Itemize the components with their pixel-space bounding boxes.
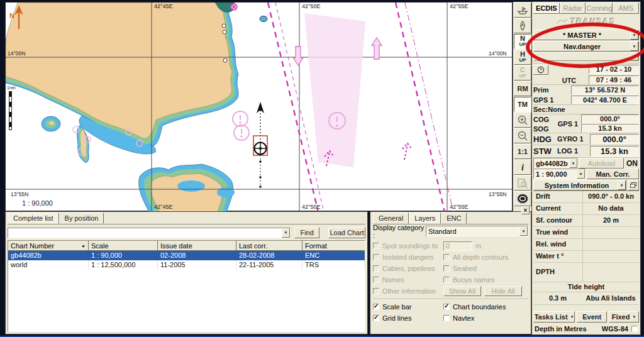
grid-label-lon: 42°50E xyxy=(302,204,321,210)
chart-boundaries-checkbox[interactable] xyxy=(443,304,450,310)
chart-review-button[interactable] xyxy=(514,175,531,191)
boat-button[interactable] xyxy=(514,3,531,18)
chart-select-dropdown[interactable]: gb44082b ▼ xyxy=(533,158,578,168)
chevron-down-icon[interactable]: ▼ xyxy=(630,53,638,60)
nav-data-panel: ECDIS Radar Conning AMS TRANSAS * MASTER… xyxy=(531,1,641,335)
undock-panel-button[interactable] xyxy=(628,180,639,191)
names-checkbox[interactable] xyxy=(373,277,379,283)
manual-correction-button[interactable]: Man. Corr. xyxy=(587,168,639,179)
chart-search-input[interactable] xyxy=(8,228,282,238)
chevron-down-icon[interactable]: ▼ xyxy=(630,30,638,40)
spot-soundings-input[interactable] xyxy=(443,241,472,251)
tab-enc[interactable]: ENC xyxy=(441,213,467,224)
alert-filter-dropdown[interactable]: Nav.danger ▼ xyxy=(533,41,639,52)
chevron-down-icon[interactable]: ▼ xyxy=(519,226,528,236)
display-settings-tabs: General Layers ENC xyxy=(373,213,528,224)
col-header-scale[interactable]: Scale xyxy=(89,241,158,251)
chevron-down-icon[interactable]: ▼ xyxy=(282,228,290,238)
clock-icon xyxy=(537,66,545,74)
lane-arrow-north xyxy=(372,38,382,59)
scale-bar-checkbox[interactable] xyxy=(373,304,379,310)
col-header-last-corr[interactable]: Last corr. xyxy=(236,241,303,251)
tab-ams[interactable]: AMS xyxy=(613,3,639,14)
chevron-down-icon[interactable]: ▼ xyxy=(618,180,626,190)
grid-lines-checkbox[interactable] xyxy=(373,315,379,321)
course-up-button[interactable]: C UP xyxy=(514,65,531,80)
info-button[interactable]: i xyxy=(514,160,531,175)
all-depth-contours-checkbox[interactable] xyxy=(443,254,450,260)
master-dropdown[interactable]: * MASTER * ▼ xyxy=(533,30,639,40)
tab-complete-list[interactable]: Complete list xyxy=(8,213,59,224)
grid-label-lon: 42°45E xyxy=(154,3,173,9)
cogsog-source-label: GPS 1 xyxy=(555,120,581,128)
tide-station: Abu Ali Islands xyxy=(582,292,639,304)
chart-area[interactable]: 42°45E 42°50E 42°55E 42°45E 42°50E 42°55… xyxy=(5,2,513,211)
scale-select-dropdown[interactable]: 1 : 90,000 ▼ xyxy=(533,168,586,179)
tab-layers[interactable]: Layers xyxy=(409,213,441,224)
cog-value: 000.0° xyxy=(581,114,639,124)
chart-table-header: Chart Number▲ Scale Issue date Last corr… xyxy=(8,241,365,251)
event-button[interactable]: Event xyxy=(577,311,607,323)
spacer xyxy=(533,304,639,311)
navtex-checkbox[interactable] xyxy=(443,315,450,321)
info-label: i xyxy=(521,165,524,170)
chart-toolbar: N UP H UP C UP RM TM xyxy=(513,2,531,211)
cables-pipelines-checkbox[interactable] xyxy=(373,265,379,272)
find-button[interactable]: Find xyxy=(294,227,319,238)
chevron-down-icon[interactable]: ▼ xyxy=(630,41,638,51)
tab-general[interactable]: General xyxy=(373,213,409,224)
chevron-down-icon[interactable]: ▼ xyxy=(577,169,585,179)
display-category-row: Display category : ▼ xyxy=(373,224,528,238)
grid-label-lat: 14°00N xyxy=(8,50,25,57)
zoom-in-button[interactable] xyxy=(514,113,531,128)
sec-label: Sec:None xyxy=(533,106,565,113)
datum-checkbox[interactable] xyxy=(631,326,638,332)
longitude-value: 042° 48.700 E xyxy=(571,96,639,105)
buoys-names-checkbox[interactable] xyxy=(443,277,450,283)
scalebar-label: 1nm xyxy=(7,86,16,90)
day-night-button[interactable] xyxy=(514,191,531,206)
col-header-issue-date[interactable]: Issue date xyxy=(158,241,236,251)
original-scale-button[interactable]: 1:1 xyxy=(514,144,531,159)
other-information-checkbox[interactable] xyxy=(373,288,379,294)
tab-by-position[interactable]: By position xyxy=(59,213,104,224)
heading-arrowhead xyxy=(257,102,264,113)
chevron-down-icon[interactable]: ▼ xyxy=(569,158,577,168)
separation-zone xyxy=(304,13,365,167)
isolated-dangers-checkbox[interactable] xyxy=(373,254,379,260)
north-up-button[interactable]: N UP xyxy=(514,34,531,49)
tab-conning[interactable]: Conning xyxy=(586,3,613,14)
tab-radar[interactable]: Radar xyxy=(560,3,586,14)
utc-label: UTC xyxy=(550,77,589,84)
true-motion-button[interactable]: TM xyxy=(514,97,531,112)
hide-all-button[interactable]: Hide All xyxy=(484,286,522,296)
zoom-out-button[interactable] xyxy=(514,128,531,143)
show-all-button[interactable]: Show All xyxy=(443,286,481,296)
load-chart-button[interactable]: Load Chart xyxy=(328,227,365,238)
chart-search-combo[interactable]: ▼ xyxy=(8,228,291,238)
col-header-format[interactable]: Format xyxy=(303,241,365,251)
transas-logo: TRANSAS xyxy=(533,14,639,29)
table-row[interactable]: gb44082b 1 : 90,000 02-2008 28-02-2008 E… xyxy=(8,251,365,260)
seabed-checkbox[interactable] xyxy=(443,265,450,272)
spot-soundings-checkbox[interactable] xyxy=(373,243,379,249)
alert-message-dropdown[interactable]: ▼ xyxy=(533,52,639,61)
clock-button[interactable] xyxy=(533,65,548,75)
display-category-dropdown[interactable]: ▼ xyxy=(426,226,528,236)
close-panel-button[interactable]: × xyxy=(521,206,530,214)
col-header-chart-number[interactable]: Chart Number▲ xyxy=(8,241,89,251)
layer-options: Spot soundings to m Isolated dangers All… xyxy=(373,240,528,324)
ship-center-button[interactable] xyxy=(514,18,531,33)
system-information-dropdown[interactable]: System Information ▼ xyxy=(533,180,626,191)
sog-label: SOG xyxy=(533,125,555,133)
fixed-button[interactable]: Fixed▼ xyxy=(609,311,639,323)
ship-center-icon xyxy=(516,20,529,31)
spot-unit-label: m xyxy=(475,242,481,250)
table-row[interactable]: world 1 : 12,500,000 11-2005 22-11-2005 … xyxy=(8,260,365,270)
autoload-button[interactable]: Autoload xyxy=(579,158,624,168)
head-up-button[interactable]: H UP xyxy=(514,50,531,65)
relative-motion-button[interactable]: RM xyxy=(514,81,531,96)
tasks-list-button[interactable]: Tasks List▼ xyxy=(533,311,575,323)
tab-ecdis[interactable]: ECDIS xyxy=(533,3,560,14)
zoom-out-icon xyxy=(516,130,529,141)
